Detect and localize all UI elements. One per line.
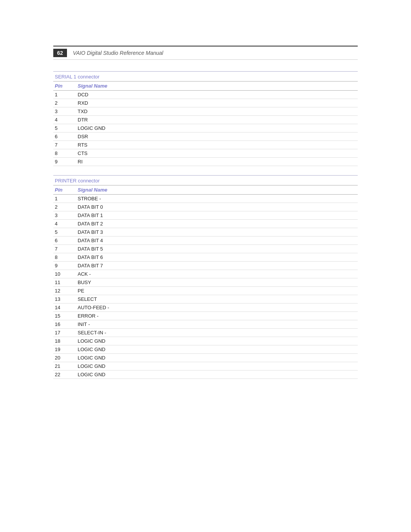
signal-value: DATA BIT 4: [76, 236, 358, 245]
signal-value: STROBE -: [76, 195, 358, 203]
pin-value: 6: [53, 133, 76, 141]
pin-value: 22: [53, 371, 76, 379]
pin-value: 21: [53, 362, 76, 371]
signal-value: LOGIC GND: [76, 337, 358, 345]
signal-value: ACK -: [76, 270, 358, 278]
pin-value: 12: [53, 287, 76, 295]
col-header-signal: Signal Name: [76, 185, 358, 195]
table-row: 9RI: [53, 158, 358, 166]
signal-value: TXD: [76, 107, 358, 116]
pin-value: 20: [53, 354, 76, 362]
page-number: 62: [53, 49, 67, 57]
table-row: 4DATA BIT 2: [53, 220, 358, 228]
signal-value: DATA BIT 1: [76, 211, 358, 220]
table-row: 9DATA BIT 7: [53, 262, 358, 270]
pin-value: 4: [53, 220, 76, 228]
table-row: 3TXD: [53, 107, 358, 116]
table-row: 5LOGIC GND: [53, 124, 358, 133]
section-title: PRINTER connector: [53, 176, 358, 185]
table-row: 10ACK -: [53, 270, 358, 278]
table-row: 2DATA BIT 0: [53, 203, 358, 211]
signal-value: DSR: [76, 133, 358, 141]
page-header: 62 VAIO Digital Studio Reference Manual: [53, 46, 358, 60]
serial-connector-table: SERIAL 1 connectorPinSignal Name1DCD2RXD…: [53, 71, 358, 166]
pin-value: 15: [53, 312, 76, 320]
table-row: 12PE: [53, 287, 358, 295]
table-row: 11BUSY: [53, 278, 358, 287]
table-row: 4DTR: [53, 116, 358, 124]
col-header-pin: Pin: [53, 81, 76, 91]
table-row: 3DATA BIT 1: [53, 211, 358, 220]
pin-value: 13: [53, 295, 76, 304]
pin-value: 1: [53, 91, 76, 99]
pin-value: 18: [53, 337, 76, 345]
pin-value: 8: [53, 149, 76, 158]
pin-value: 8: [53, 253, 76, 262]
signal-value: PE: [76, 287, 358, 295]
signal-value: LOGIC GND: [76, 124, 358, 133]
table-row: 18LOGIC GND: [53, 337, 358, 345]
signal-value: LOGIC GND: [76, 345, 358, 354]
pin-value: 2: [53, 99, 76, 107]
table-row: 19LOGIC GND: [53, 345, 358, 354]
table-row: 22LOGIC GND: [53, 371, 358, 379]
signal-value: RI: [76, 158, 358, 166]
pin-value: 6: [53, 236, 76, 245]
col-header-signal: Signal Name: [76, 81, 358, 91]
table-row: 5DATA BIT 3: [53, 228, 358, 236]
signal-value: LOGIC GND: [76, 362, 358, 371]
table-row: 17SELECT-IN -: [53, 329, 358, 337]
signal-value: BUSY: [76, 278, 358, 287]
table-row: 16INIT -: [53, 320, 358, 329]
pin-value: 2: [53, 203, 76, 211]
pin-value: 9: [53, 262, 76, 270]
signal-value: DTR: [76, 116, 358, 124]
page-container: 62 VAIO Digital Studio Reference Manual …: [0, 0, 411, 426]
signal-value: DATA BIT 6: [76, 253, 358, 262]
pin-value: 7: [53, 141, 76, 149]
signal-value: DATA BIT 2: [76, 220, 358, 228]
signal-value: AUTO-FEED -: [76, 304, 358, 312]
table-row: 15ERROR -: [53, 312, 358, 320]
signal-value: ERROR -: [76, 312, 358, 320]
pin-value: 1: [53, 195, 76, 203]
table-row: 8DATA BIT 6: [53, 253, 358, 262]
printer-connector-table: PRINTER connectorPinSignal Name1STROBE -…: [53, 175, 358, 379]
pin-value: 19: [53, 345, 76, 354]
pin-value: 16: [53, 320, 76, 329]
signal-value: DATA BIT 3: [76, 228, 358, 236]
col-header-pin: Pin: [53, 185, 76, 195]
table-row: 1DCD: [53, 91, 358, 99]
signal-value: DCD: [76, 91, 358, 99]
signal-value: RXD: [76, 99, 358, 107]
table-row: 20LOGIC GND: [53, 354, 358, 362]
table-row: 1STROBE -: [53, 195, 358, 203]
signal-value: LOGIC GND: [76, 371, 358, 379]
pin-value: 11: [53, 278, 76, 287]
pin-value: 9: [53, 158, 76, 166]
signal-value: RTS: [76, 141, 358, 149]
table-row: 2RXD: [53, 99, 358, 107]
header-title: VAIO Digital Studio Reference Manual: [73, 50, 163, 56]
pin-value: 5: [53, 124, 76, 133]
section-title: SERIAL 1 connector: [53, 72, 358, 81]
signal-value: CTS: [76, 149, 358, 158]
signal-value: SELECT-IN -: [76, 329, 358, 337]
table-row: 21LOGIC GND: [53, 362, 358, 371]
signal-value: DATA BIT 5: [76, 245, 358, 253]
signal-value: DATA BIT 0: [76, 203, 358, 211]
signal-value: SELECT: [76, 295, 358, 304]
pin-value: 17: [53, 329, 76, 337]
pin-value: 3: [53, 107, 76, 116]
signal-value: LOGIC GND: [76, 354, 358, 362]
table-row: 7DATA BIT 5: [53, 245, 358, 253]
table-row: 7RTS: [53, 141, 358, 149]
table-row: 6DSR: [53, 133, 358, 141]
signal-value: INIT -: [76, 320, 358, 329]
pin-value: 10: [53, 270, 76, 278]
pin-value: 3: [53, 211, 76, 220]
table-row: 8CTS: [53, 149, 358, 158]
pin-value: 5: [53, 228, 76, 236]
table-row: 6DATA BIT 4: [53, 236, 358, 245]
table-row: 14AUTO-FEED -: [53, 304, 358, 312]
